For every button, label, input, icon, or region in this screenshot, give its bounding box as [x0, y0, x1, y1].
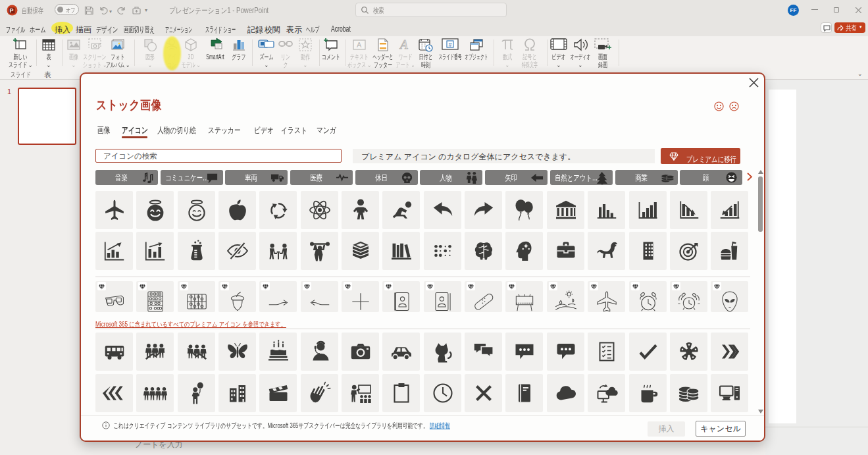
svg-text:P: P [10, 7, 14, 14]
